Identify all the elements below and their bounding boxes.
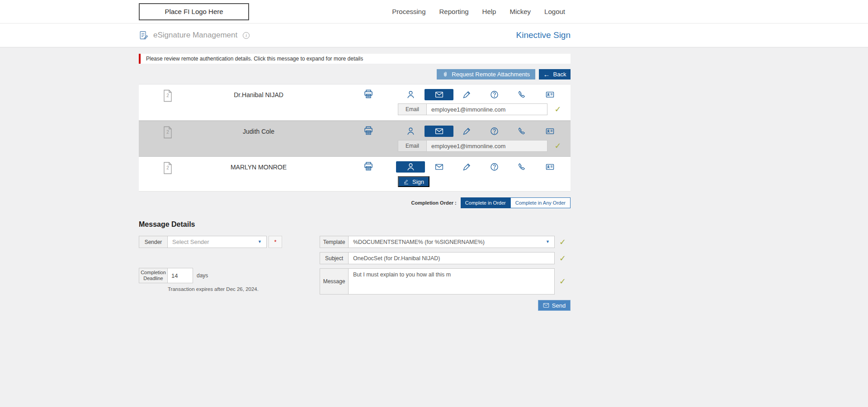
send-button[interactable]: Send	[538, 300, 571, 311]
method-email-icon[interactable]	[425, 161, 453, 173]
sender-select-value: Select Sender	[172, 239, 209, 245]
back-label: Back	[553, 71, 566, 78]
subject-row: Subject ✓	[320, 252, 571, 264]
send-envelope-icon	[543, 303, 549, 308]
chevron-down-icon: ▼	[258, 240, 262, 244]
method-phone-icon[interactable]	[507, 89, 536, 100]
email-input[interactable]	[427, 140, 547, 152]
method-email-icon[interactable]	[425, 89, 453, 100]
complete-in-any-order-label: Complete in Any Order	[515, 200, 566, 206]
template-select[interactable]: %DOCUMENTSETNAME% (for %SIGNERNAME%) ▼	[349, 236, 555, 248]
print-icon[interactable]	[363, 161, 374, 172]
method-id-card-icon[interactable]	[535, 161, 564, 173]
fi-logo-label: Place FI Logo Here	[165, 8, 223, 15]
completion-deadline-label-line2: Deadline	[143, 276, 163, 281]
document-count-icon[interactable]: 2	[162, 89, 173, 102]
method-in-person-icon[interactable]	[396, 89, 425, 100]
signer-name: Judith Cole	[207, 128, 311, 135]
subject-input[interactable]	[349, 252, 555, 264]
message-details-form: Sender Select Sender ▼ * Completion Dead…	[139, 236, 571, 311]
document-count-icon[interactable]: 2	[162, 126, 173, 139]
method-phone-icon[interactable]	[507, 161, 536, 173]
brand-kinective-sign: Kinective Sign	[516, 30, 571, 40]
completion-deadline-input[interactable]	[168, 268, 193, 283]
signer-name: Dr.Hanibal NIJAD	[207, 91, 311, 98]
method-id-card-icon[interactable]	[535, 126, 564, 137]
request-remote-attachments-label: Request Remote Attachments	[452, 71, 530, 78]
action-buttons-row: Request Remote Attachments ← Back	[139, 69, 571, 80]
nav-help[interactable]: Help	[482, 8, 496, 15]
email-field-label: Email	[398, 140, 427, 152]
document-count: 2	[162, 165, 173, 170]
email-input[interactable]	[427, 103, 547, 115]
complete-in-order-button[interactable]: Complete in Order	[461, 197, 510, 208]
completion-order-row: Completion Order : Complete in Order Com…	[139, 197, 571, 208]
message-row: Message But I must explain to you how al…	[320, 268, 571, 295]
nav-processing[interactable]: Processing	[392, 8, 425, 15]
remote-auth-alert[interactable]: Please review remote authentication deta…	[139, 54, 571, 64]
signer-row: 2 Dr.Hanibal NIJAD	[139, 84, 571, 121]
subject-label: Subject	[320, 252, 349, 264]
nav-user-mickey[interactable]: Mickey	[509, 8, 531, 15]
paperclip-icon	[442, 71, 448, 78]
method-signature-pen-icon[interactable]	[452, 89, 481, 100]
method-email-icon[interactable]	[425, 126, 453, 137]
document-count: 2	[162, 130, 173, 135]
method-help-icon[interactable]	[480, 126, 509, 137]
print-icon[interactable]	[363, 89, 374, 99]
request-remote-attachments-button[interactable]: Request Remote Attachments	[437, 69, 535, 80]
remote-auth-alert-text: Please review remote authentication deta…	[146, 56, 363, 62]
completion-deadline-label-line1: Completion	[141, 270, 166, 276]
main-area: Please review remote authentication deta…	[0, 47, 868, 406]
check-icon: ✓	[555, 268, 571, 295]
method-id-card-icon[interactable]	[535, 89, 564, 100]
method-help-icon[interactable]	[480, 89, 509, 100]
nav-reporting[interactable]: Reporting	[439, 8, 469, 15]
info-icon[interactable]: i	[243, 32, 250, 39]
complete-in-any-order-button[interactable]: Complete in Any Order	[510, 197, 571, 208]
top-nav: Processing Reporting Help Mickey Logout	[392, 8, 571, 15]
sign-pen-icon	[403, 179, 409, 185]
method-phone-icon[interactable]	[507, 126, 536, 137]
signer-row: 2 Judith Cole	[139, 121, 571, 157]
nav-logout[interactable]: Logout	[544, 8, 565, 15]
sender-row: Sender Select Sender ▼ *	[139, 236, 282, 248]
method-signature-pen-icon[interactable]	[452, 161, 481, 173]
check-icon: ✓	[555, 252, 571, 264]
method-signature-pen-icon[interactable]	[452, 126, 481, 137]
method-in-person-icon[interactable]	[396, 161, 425, 173]
send-label: Send	[552, 302, 566, 309]
sign-label: Sign	[412, 178, 424, 185]
signer-name: MARLYN MONROE	[207, 164, 311, 171]
top-bar: Place FI Logo Here Processing Reporting …	[0, 0, 868, 23]
chevron-down-icon: ▼	[546, 240, 550, 244]
email-field-label: Email	[398, 103, 427, 115]
print-icon[interactable]	[363, 125, 374, 136]
document-count-icon[interactable]: 2	[162, 162, 173, 174]
message-label: Message	[320, 268, 349, 295]
sign-button[interactable]: Sign	[398, 176, 429, 187]
message-textarea[interactable]: But I must explain to you how all this m	[349, 268, 555, 295]
back-button[interactable]: ← Back	[539, 69, 571, 80]
check-icon: ✓	[551, 103, 565, 115]
check-icon: ✓	[555, 236, 571, 248]
deadline-unit-label: days	[197, 272, 208, 279]
esignature-doc-icon	[139, 30, 149, 40]
method-in-person-icon[interactable]	[396, 126, 425, 137]
fi-logo-placeholder: Place FI Logo Here	[139, 3, 249, 20]
required-marker: *	[269, 236, 282, 248]
page-title: eSignature Management	[153, 31, 237, 40]
sender-label: Sender	[139, 236, 168, 248]
signer-list: 2 Dr.Hanibal NIJAD	[139, 84, 571, 192]
completion-order-label: Completion Order :	[411, 200, 458, 206]
template-row: Template %DOCUMENTSETNAME% (for %SIGNERN…	[320, 236, 571, 248]
complete-in-order-label: Complete in Order	[465, 200, 506, 206]
sender-select[interactable]: Select Sender ▼	[168, 236, 267, 248]
check-icon: ✓	[551, 140, 565, 152]
message-details-heading: Message Details	[139, 220, 571, 229]
template-label: Template	[320, 236, 349, 248]
template-select-value: %DOCUMENTSETNAME% (for %SIGNERNAME%)	[353, 239, 485, 245]
send-row: Send	[320, 300, 571, 311]
completion-deadline-row: Completion Deadline days	[139, 268, 282, 283]
method-help-icon[interactable]	[480, 161, 509, 173]
